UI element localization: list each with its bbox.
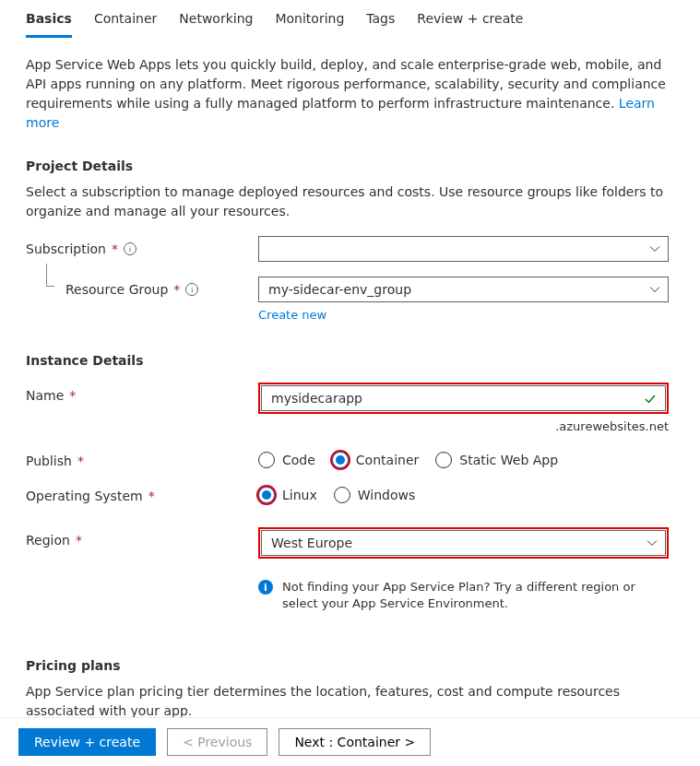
publish-radio-static[interactable]: Static Web App: [435, 452, 558, 468]
project-details-title: Project Details: [26, 159, 674, 173]
pricing-title: Pricing plans: [26, 658, 674, 673]
row-resource-group: Resource Group * i my-sidecar-env_group …: [26, 277, 674, 322]
next-button[interactable]: Next : Container >: [279, 728, 431, 756]
publish-code-label: Code: [282, 453, 315, 467]
chevron-down-icon: [649, 243, 660, 254]
publish-static-label: Static Web App: [459, 453, 558, 467]
required-marker: *: [148, 489, 155, 503]
tab-networking[interactable]: Networking: [179, 4, 253, 38]
subscription-select[interactable]: [258, 236, 669, 262]
name-input[interactable]: [271, 386, 639, 410]
os-radio-linux[interactable]: Linux: [258, 487, 317, 503]
check-icon: [645, 394, 656, 405]
row-subscription: Subscription * i: [26, 236, 674, 262]
required-marker: *: [76, 533, 82, 548]
resource-group-create-new-link[interactable]: Create new: [258, 308, 326, 322]
os-label: Operating System: [26, 489, 143, 503]
pricing-desc-text: App Service plan pricing tier determines…: [26, 684, 620, 717]
os-linux-label: Linux: [282, 488, 317, 502]
tab-review[interactable]: Review + create: [417, 4, 523, 38]
review-create-button[interactable]: Review + create: [18, 728, 156, 756]
os-radio-windows[interactable]: Windows: [334, 487, 416, 503]
publish-label: Publish: [26, 454, 72, 468]
region-select[interactable]: West Europe: [261, 530, 666, 556]
previous-button[interactable]: < Previous: [167, 728, 267, 756]
tab-container[interactable]: Container: [94, 4, 157, 38]
resource-group-value: my-sidecar-env_group: [268, 282, 411, 297]
region-label: Region: [26, 533, 70, 548]
region-hint: i Not finding your App Service Plan? Try…: [258, 579, 669, 612]
region-value: West Europe: [271, 536, 352, 550]
info-icon[interactable]: i: [185, 283, 198, 296]
pricing-desc: App Service plan pricing tier determines…: [26, 682, 674, 717]
indent-connector: [46, 264, 54, 287]
tab-tags[interactable]: Tags: [366, 4, 395, 38]
publish-container-label: Container: [356, 453, 419, 467]
required-marker: *: [77, 454, 84, 468]
intro-text: App Service Web Apps lets you quickly bu…: [26, 55, 674, 133]
subscription-label: Subscription: [26, 242, 106, 256]
row-region: Region * West Europe i Not finding your …: [26, 527, 674, 612]
resource-group-select[interactable]: my-sidecar-env_group: [258, 277, 669, 302]
row-publish: Publish * Code Container Static Web App: [26, 448, 674, 468]
required-marker: *: [69, 388, 76, 403]
required-marker: *: [173, 282, 180, 297]
row-os: Operating System * Linux Windows: [26, 483, 674, 503]
chevron-down-icon: [649, 284, 660, 295]
instance-details-title: Instance Details: [26, 353, 674, 368]
footer-bar: Review + create < Previous Next : Contai…: [0, 717, 700, 766]
name-input-wrapper: [261, 385, 666, 411]
name-label: Name: [26, 388, 64, 403]
tab-monitoring[interactable]: Monitoring: [275, 4, 344, 38]
project-details-desc: Select a subscription to manage deployed…: [26, 183, 674, 221]
publish-radio-code[interactable]: Code: [258, 452, 315, 468]
os-windows-label: Windows: [358, 488, 416, 502]
tab-bar: Basics Container Networking Monitoring T…: [26, 0, 674, 39]
required-marker: *: [112, 242, 118, 256]
chevron-down-icon: [647, 537, 658, 548]
resource-group-label: Resource Group: [65, 282, 168, 297]
region-hint-text: Not finding your App Service Plan? Try a…: [282, 579, 669, 612]
publish-radio-container[interactable]: Container: [332, 452, 419, 468]
info-icon: i: [258, 580, 273, 595]
tab-basics[interactable]: Basics: [26, 4, 72, 38]
domain-suffix: .azurewebsites.net: [258, 419, 669, 433]
info-icon[interactable]: i: [124, 242, 136, 255]
row-name: Name * .azurewebsites.net: [26, 383, 674, 433]
intro-body: App Service Web Apps lets you quickly bu…: [26, 57, 666, 111]
